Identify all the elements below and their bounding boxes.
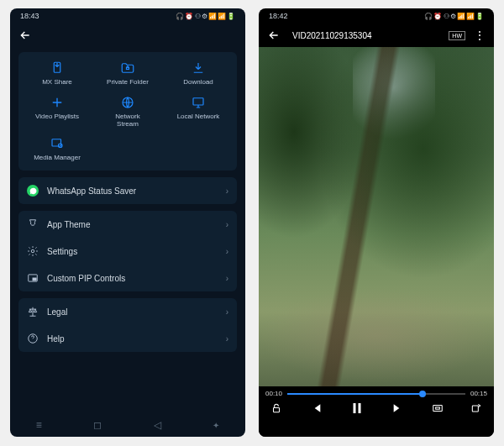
monitor-icon: [191, 95, 206, 110]
tile-label: Video Playlists: [35, 113, 79, 121]
chevron-right-icon: ›: [226, 247, 228, 256]
seek-row: 00:10 00:15: [265, 390, 487, 397]
rotate-button[interactable]: [470, 402, 482, 414]
tile-label: Network Stream: [115, 113, 139, 129]
next-button[interactable]: [391, 401, 405, 415]
time-duration: 00:15: [470, 390, 487, 397]
status-icons: 🎧 ⏰ ⚇ ⚙ 📶 📶 🔋: [424, 13, 484, 20]
status-bar: 18:43 🎧 ⏰ ⚇ ⚙ 📶 📶 🔋: [10, 8, 245, 24]
tools-card: MX Share Private Folder Download Video P…: [18, 52, 237, 171]
row-label: Custom PIP Controls: [47, 274, 125, 283]
card-wa: WhatsApp Status Saver ›: [18, 177, 237, 204]
svg-rect-11: [354, 403, 356, 413]
card-settings: App Theme › Settings › Custom PIP Contro…: [18, 211, 237, 291]
row-pip[interactable]: Custom PIP Controls ›: [18, 265, 237, 291]
svg-rect-8: [33, 278, 36, 281]
download-icon: [191, 60, 206, 76]
chevron-right-icon: ›: [226, 307, 228, 317]
time-current: 00:10: [265, 390, 282, 397]
tools-grid: MX Share Private Folder Download Video P…: [24, 60, 232, 162]
video-surface[interactable]: [259, 47, 494, 386]
svg-point-6: [31, 249, 34, 253]
back-button[interactable]: [18, 29, 32, 42]
svg-rect-14: [436, 407, 440, 409]
video-app-bar: VID20211029135304 HW ⋮: [259, 24, 494, 47]
theme-icon: [27, 218, 39, 230]
row-settings[interactable]: Settings ›: [18, 238, 237, 265]
tile-label: MX Share: [42, 79, 72, 87]
tile-video-playlists[interactable]: Video Playlists: [24, 95, 91, 129]
card-info: Legal › Help ›: [18, 298, 237, 352]
tile-mx-share[interactable]: MX Share: [24, 60, 91, 87]
video-content: [259, 47, 494, 386]
seek-knob[interactable]: [419, 391, 426, 397]
chevron-right-icon: ›: [226, 334, 228, 344]
svg-rect-13: [433, 406, 443, 412]
gear-icon: [27, 245, 39, 257]
more-button[interactable]: ⋮: [474, 29, 486, 42]
row-app-theme[interactable]: App Theme ›: [18, 211, 237, 238]
video-controls: 00:10 00:15: [259, 386, 494, 437]
tile-local-network[interactable]: Local Network: [165, 95, 232, 129]
nav-recent[interactable]: ≡: [36, 419, 42, 431]
row-help[interactable]: Help ›: [18, 325, 237, 352]
row-label: App Theme: [47, 220, 91, 229]
row-whatsapp-status[interactable]: WhatsApp Status Saver ›: [18, 177, 237, 204]
phone-left: 18:43 🎧 ⏰ ⚇ ⚙ 📶 📶 🔋 MX Share Private Fol…: [10, 8, 245, 437]
row-legal[interactable]: Legal ›: [18, 298, 237, 325]
row-label: Help: [47, 334, 65, 344]
status-bar: 18:42 🎧 ⏰ ⚇ ⚙ 📶 📶 🔋: [259, 8, 494, 24]
svg-rect-10: [274, 407, 280, 412]
tile-network-stream[interactable]: Network Stream: [94, 95, 161, 129]
pip-icon: [27, 272, 39, 284]
app-bar: [10, 24, 245, 47]
help-icon: [27, 333, 39, 344]
chevron-right-icon: ›: [226, 186, 228, 196]
svg-point-5: [59, 144, 63, 148]
scale-icon: [27, 306, 39, 317]
status-time: 18:42: [269, 12, 288, 20]
status-icons: 🎧 ⏰ ⚇ ⚙ 📶 📶 🔋: [176, 13, 235, 20]
seek-fill: [287, 393, 423, 395]
seek-bar[interactable]: [287, 393, 465, 395]
chevron-right-icon: ›: [226, 274, 228, 283]
folder-lock-icon: [120, 60, 135, 76]
chevron-right-icon: ›: [226, 220, 228, 229]
plus-icon: [50, 95, 65, 110]
phone-right: 18:42 🎧 ⏰ ⚇ ⚙ 📶 📶 🔋 VID20211029135304 HW…: [259, 8, 494, 437]
hw-badge[interactable]: HW: [449, 31, 465, 40]
nav-home[interactable]: ◻: [93, 419, 102, 431]
nav-back[interactable]: ◁: [154, 419, 161, 431]
tile-label: Download: [183, 79, 213, 87]
svg-rect-4: [52, 139, 61, 146]
tile-label: Media Manager: [34, 155, 81, 162]
nav-accessibility[interactable]: ✦: [213, 421, 219, 430]
tile-label: Private Folder: [107, 79, 149, 87]
share-icon: [50, 60, 65, 76]
row-label: WhatsApp Status Saver: [47, 186, 136, 196]
buttons-row: [265, 397, 487, 416]
tile-private-folder[interactable]: Private Folder: [94, 60, 161, 87]
status-time: 18:43: [20, 12, 39, 20]
prev-button[interactable]: [309, 401, 323, 415]
row-label: Settings: [47, 247, 77, 256]
pause-button[interactable]: [349, 401, 365, 416]
globe-icon: [120, 95, 135, 110]
aspect-button[interactable]: [432, 402, 444, 414]
whatsapp-icon: [27, 185, 39, 197]
lock-button[interactable]: [270, 402, 282, 414]
system-nav: ≡ ◻ ◁ ✦: [10, 413, 245, 437]
video-title: VID20211029135304: [287, 31, 442, 40]
content: MX Share Private Folder Download Video P…: [10, 47, 245, 413]
media-icon: [50, 136, 65, 151]
back-button[interactable]: [267, 29, 281, 42]
svg-rect-1: [127, 67, 129, 69]
tile-media-manager[interactable]: Media Manager: [24, 136, 91, 162]
svg-rect-12: [359, 403, 361, 413]
svg-rect-3: [193, 98, 203, 105]
svg-rect-15: [472, 406, 478, 412]
tile-label: Local Network: [177, 113, 220, 121]
tile-download[interactable]: Download: [165, 60, 232, 87]
row-label: Legal: [47, 307, 67, 317]
